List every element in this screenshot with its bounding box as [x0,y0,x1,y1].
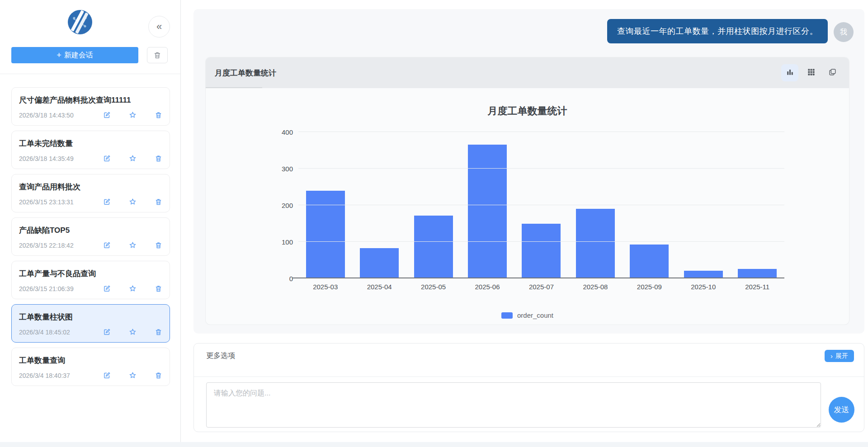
sidebar-header: « [0,0,180,45]
bar-slot [514,132,568,278]
bar-chart-icon [786,68,794,78]
conversation-title: 产品缺陷TOP5 [19,225,162,235]
y-tick-label: 400 [282,128,293,136]
more-options-label: 更多选项 [206,351,235,361]
bar-2025-11 [738,269,777,278]
chat-scroll-area[interactable]: 查询最近一年的工单数量，并用柱状图按月进行区分。 我 月度工单数量统计 [193,9,864,334]
trash-icon[interactable] [155,285,162,292]
conversation-meta: 2026/3/15 23:13:31 [19,198,162,206]
edit-icon[interactable] [103,241,111,249]
conversation-time: 2026/3/15 22:18:42 [19,242,85,249]
trash-icon[interactable] [155,198,162,206]
conversation-item[interactable]: 工单未完结数量 2026/3/18 14:35:49 [11,131,170,169]
bar-slot [731,132,784,278]
bar-slot [460,132,514,278]
plus-icon: + [57,51,61,60]
gridline [298,241,784,242]
conversation-item[interactable]: 工单数量查询 2026/3/4 18:40:37 [11,348,170,386]
star-icon[interactable] [129,328,137,336]
conversation-time: 2026/3/15 23:13:31 [19,198,85,206]
plot-area [298,132,784,278]
sidebar: « + 新建会话 尺寸偏差产品物料批次查询11111 2026/3/18 14:… [0,0,181,442]
conversation-meta: 2026/3/15 21:06:39 [19,285,162,292]
conversation-item[interactable]: 产品缺陷TOP5 2026/3/15 22:18:42 [11,217,170,256]
x-axis-line [292,278,784,278]
bar-slot [623,132,676,278]
chart-title: 月度工单数量统计 [206,88,849,118]
y-axis-labels: 0100200300400 [274,132,298,278]
conversation-item[interactable]: 工单数量柱状图 2026/3/4 18:45:02 [11,304,170,343]
copy-icon [828,68,837,78]
x-tick-label: 2025-04 [352,283,406,291]
star-icon[interactable] [129,111,137,119]
clear-sessions-button[interactable] [147,47,168,63]
trash-icon [153,51,161,59]
conversation-time: 2026/3/4 18:45:02 [19,329,85,336]
double-chevron-left-icon: « [156,22,162,32]
bar-2025-07 [522,224,561,279]
edit-icon[interactable] [103,155,111,162]
chevron-right-icon: › [830,353,833,359]
conversation-title: 查询产品用料批次 [19,182,162,192]
y-tick-label: 200 [282,202,293,209]
star-icon[interactable] [129,198,137,206]
question-input[interactable] [206,382,821,428]
bar-slot [352,132,406,278]
new-session-button[interactable]: + 新建会话 [11,47,138,63]
trash-icon[interactable] [155,372,162,379]
conversation-list[interactable]: 尺寸偏差产品物料批次查询11111 2026/3/18 14:43:50 [0,74,180,386]
star-icon[interactable] [129,155,137,162]
gridline [298,205,784,205]
send-button[interactable]: 发送 [829,397,854,423]
bar-slot [676,132,730,278]
trash-icon[interactable] [155,328,162,336]
table-view-button[interactable] [802,64,820,81]
x-tick-label: 2025-05 [406,283,460,291]
x-tick-label: 2025-06 [460,283,514,291]
y-tick-label: 0 [289,275,293,282]
edit-icon[interactable] [103,285,111,292]
star-icon[interactable] [129,285,137,292]
grid-icon [807,68,816,78]
conversation-title: 工单未完结数量 [19,138,162,149]
chart-card-tab[interactable]: 月度工单数量统计 [215,68,276,78]
chart-card-header: 月度工单数量统计 [206,57,849,88]
conversation-item[interactable]: 尺寸偏差产品物料批次查询11111 2026/3/18 14:43:50 [11,87,170,126]
user-message-bubble: 查询最近一年的工单数量，并用柱状图按月进行区分。 [607,19,828,43]
edit-icon[interactable] [103,198,111,206]
y-tick-label: 300 [282,165,293,173]
expand-label: 展开 [835,352,848,360]
bar-2025-06 [468,145,507,278]
chart-view-button[interactable] [781,64,798,81]
edit-icon[interactable] [103,372,111,379]
app-logo [67,9,93,35]
conversation-title: 尺寸偏差产品物料批次查询11111 [19,95,162,105]
chart-card: 月度工单数量统计 [206,57,849,325]
trash-icon[interactable] [155,111,162,119]
edit-icon[interactable] [103,111,111,119]
conversation-item[interactable]: 查询产品用料批次 2026/3/15 23:13:31 [11,174,170,212]
conversation-title: 工单数量柱状图 [19,312,162,322]
user-avatar: 我 [834,22,854,42]
x-tick-label: 2025-10 [676,283,730,291]
copy-button[interactable] [824,64,841,81]
legend-swatch [501,312,513,319]
composer-header: 更多选项 › 展开 [194,343,864,362]
trash-icon[interactable] [155,241,162,249]
chart-legend[interactable]: order_count [206,311,849,319]
composer-divider [194,376,864,377]
expand-button[interactable]: › 展开 [825,350,854,362]
trash-icon[interactable] [155,155,162,162]
sidebar-collapse-button[interactable]: « [148,16,170,38]
x-tick-label: 2025-08 [568,283,622,291]
star-icon[interactable] [129,241,137,249]
star-icon[interactable] [129,372,137,379]
bar-slot [298,132,352,278]
bars [298,132,784,278]
conversation-title: 工单数量查询 [19,355,162,366]
conversation-item[interactable]: 工单产量与不良品查询 2026/3/15 21:06:39 [11,261,170,299]
edit-icon[interactable] [103,328,111,336]
x-tick-label: 2025-07 [514,283,568,291]
bar-2025-09 [630,245,669,278]
user-message-row: 查询最近一年的工单数量，并用柱状图按月进行区分。 我 [607,19,854,43]
